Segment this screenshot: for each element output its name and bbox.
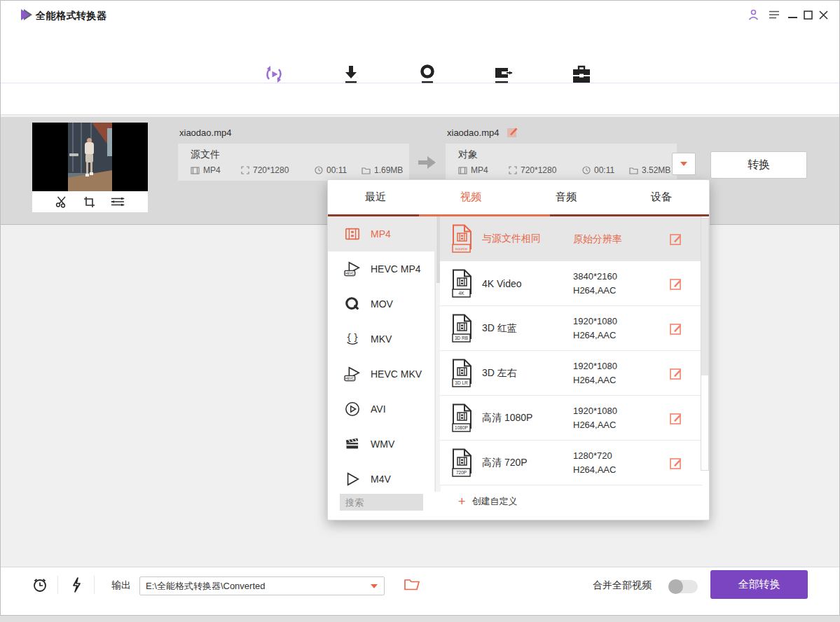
popup-tab-label: 设备 <box>651 191 672 204</box>
video-thumbnail[interactable] <box>32 123 148 191</box>
edit-preset-icon[interactable] <box>670 367 682 382</box>
play-outline-icon <box>343 471 362 487</box>
burn-icon <box>418 60 436 85</box>
create-custom-button[interactable]: + 创建自定义 <box>458 495 518 508</box>
effects-sliders-icon[interactable] <box>111 196 125 207</box>
source-to-target-arrow-icon <box>418 155 436 170</box>
close-icon[interactable] <box>816 8 830 21</box>
menu-icon[interactable] <box>767 8 781 21</box>
popup-tab-audio[interactable]: 音频 <box>518 180 614 214</box>
format-item-mp4[interactable]: MP4 <box>328 216 434 251</box>
target-format-dropdown-button[interactable] <box>672 153 696 175</box>
preset-doc-icon: 4K <box>451 269 474 301</box>
format-item-wmv[interactable]: WMV <box>328 427 434 462</box>
source-info-panel: 源文件 MP4 720*1280 00:11 1.69MB <box>178 144 409 181</box>
preset-doc-icon: 3D LR <box>451 359 474 391</box>
chevron-down-icon <box>680 162 687 166</box>
format-list: MP4 HEVC HEVC MP4 MOV { } MKV <box>328 216 435 492</box>
convert-all-button-label: 全部转换 <box>738 578 780 591</box>
preset-name: 3D 左右 <box>482 351 517 396</box>
hevc-play-icon: HEVC <box>343 366 362 382</box>
format-item-mkv[interactable]: { } MKV <box>328 322 434 357</box>
schedule-alarm-icon[interactable] <box>32 576 48 593</box>
main-nav: 转换 下载 刻录 <box>1 29 839 83</box>
preset-specs: 1920*1080H264,AAC <box>573 404 617 432</box>
minimize-icon[interactable] <box>785 8 799 21</box>
film-icon <box>458 167 467 174</box>
preset-resolution: 1920*1080 <box>573 404 617 418</box>
rename-edit-icon[interactable] <box>507 126 518 138</box>
svg-text:HEVC: HEVC <box>345 272 354 275</box>
format-item-label: MOV <box>371 298 393 310</box>
output-path-value: E:\全能格式转换器\Converted <box>146 580 371 593</box>
svg-text:720P: 720P <box>456 470 467 475</box>
app-title: 全能格式转换器 <box>36 10 107 22</box>
divider <box>94 576 95 594</box>
preset-row-4k[interactable]: 4K 4K Video 3840*2160H264,AAC <box>440 261 702 306</box>
resolution-icon <box>509 166 517 174</box>
svg-text:3D LR: 3D LR <box>455 380 468 385</box>
format-item-m4v[interactable]: M4V <box>328 462 434 492</box>
source-resolution: 720*1280 <box>253 165 289 175</box>
format-item-mov[interactable]: MOV <box>328 286 434 322</box>
format-item-label: HEVC MP4 <box>371 263 421 275</box>
source-format: MP4 <box>203 165 221 175</box>
crop-icon[interactable] <box>83 196 95 208</box>
plus-icon: + <box>458 495 466 508</box>
svg-text:3D RB: 3D RB <box>455 336 468 340</box>
edit-preset-icon[interactable] <box>670 277 682 293</box>
edit-preset-icon[interactable] <box>670 233 682 248</box>
play-circle-icon <box>343 401 362 417</box>
folder-icon <box>629 167 638 174</box>
search-input[interactable] <box>340 494 423 511</box>
popup-tab-recent[interactable]: 最近 <box>328 180 423 214</box>
preset-row-hd-720p[interactable]: 720P 高清 720P 1280*720H264,AAC <box>440 441 702 485</box>
format-item-avi[interactable]: AVI <box>328 392 434 427</box>
preset-name: 高清 1080P <box>482 396 532 441</box>
open-folder-icon[interactable] <box>404 578 420 590</box>
svg-text:1080P: 1080P <box>455 425 468 430</box>
format-item-hevc-mkv[interactable]: HEVC HEVC MKV <box>328 357 434 392</box>
popup-tab-video[interactable]: 视频 <box>423 180 518 214</box>
convert-button[interactable]: 转换 <box>710 151 807 179</box>
edit-preset-icon[interactable] <box>670 322 682 338</box>
convert-all-button[interactable]: 全部转换 <box>710 570 808 599</box>
svg-text:{ }: { } <box>346 333 359 343</box>
scrollbar-thumb[interactable] <box>701 219 708 375</box>
preset-doc-icon: 1080P <box>451 403 474 436</box>
preset-name: 4K Video <box>482 261 522 306</box>
format-item-hevc-mp4[interactable]: HEVC HEVC MP4 <box>328 251 434 286</box>
preset-row-same-as-source[interactable]: source 与源文件相同 原始分辨率 <box>440 216 702 261</box>
popup-tab-label: 视频 <box>460 191 481 204</box>
matroska-icon: { } <box>343 331 362 347</box>
output-path-dropdown[interactable]: E:\全能格式转换器\Converted <box>139 576 385 595</box>
popup-tab-device[interactable]: 设备 <box>614 180 709 214</box>
edit-preset-icon[interactable] <box>670 457 682 472</box>
preset-doc-icon: 720P <box>451 448 474 481</box>
preset-row-3d-lr[interactable]: 3D LR 3D 左右 1920*1080H264,AAC <box>440 351 702 396</box>
target-format: MP4 <box>471 165 488 175</box>
hevc-play-icon: HEVC <box>343 261 362 277</box>
preset-codec: H264,AAC <box>573 373 617 387</box>
preset-row-3d-rb[interactable]: 3D RB 3D 红蓝 1920*1080H264,AAC <box>440 306 702 351</box>
divider <box>57 576 58 594</box>
output-label: 输出 <box>111 579 131 592</box>
user-icon[interactable] <box>746 8 760 21</box>
create-custom-label: 创建自定义 <box>472 495 518 508</box>
merge-videos-toggle[interactable] <box>668 580 698 593</box>
hardware-acceleration-icon[interactable] <box>71 577 82 593</box>
maximize-icon[interactable] <box>801 8 815 21</box>
source-size: 1.69MB <box>374 165 403 175</box>
convert-button-label: 转换 <box>748 158 770 172</box>
thumbnail-image <box>68 123 112 191</box>
preset-row-hd-1080p[interactable]: 1080P 高清 1080P 1920*1080H264,AAC <box>440 396 702 441</box>
preset-doc-icon: source <box>451 224 474 256</box>
quicktime-icon <box>343 296 362 312</box>
trim-scissors-icon[interactable] <box>55 195 68 208</box>
bottom-bar: 输出 E:\全能格式转换器\Converted 合并全部视频 全部转换 <box>1 567 839 602</box>
clock-icon <box>582 166 591 174</box>
preset-specs: 1280*720H264,AAC <box>573 449 616 477</box>
preset-list-scrollbar[interactable] <box>701 218 709 471</box>
edit-preset-icon[interactable] <box>670 412 682 427</box>
merge-videos-label: 合并全部视频 <box>593 579 652 592</box>
